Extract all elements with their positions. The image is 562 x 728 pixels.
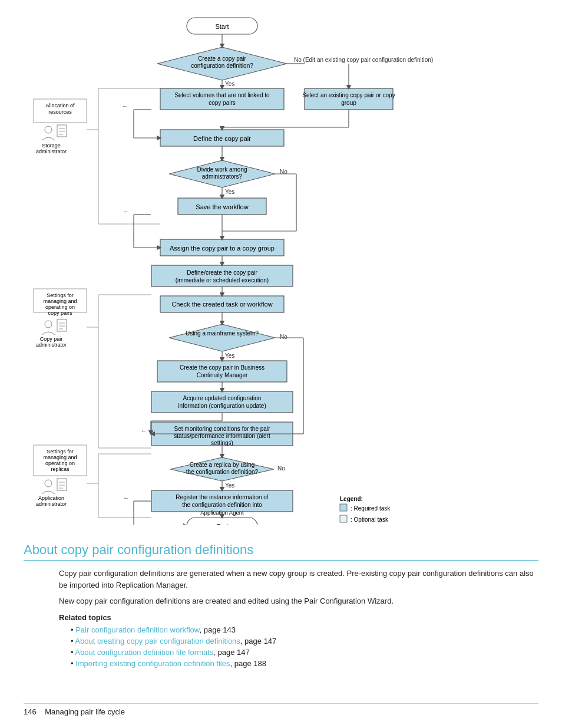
related-item-1: Pair configuration definition workflow, …: [71, 625, 538, 634]
svg-text:administrator: administrator: [36, 501, 67, 507]
related-topics-heading: Related topics: [59, 613, 538, 622]
svg-text:Acquire updated configuration: Acquire updated configuration: [183, 395, 262, 401]
svg-text:: Required task: : Required task: [351, 505, 391, 512]
page-ref-2: , page 147: [240, 637, 276, 645]
svg-text:←: ←: [123, 495, 129, 501]
related-item-3: About configuration definition file form…: [71, 648, 538, 657]
related-topics-list: Pair configuration definition workflow, …: [71, 625, 538, 668]
flowchart-area: Start Create a copy pair configuration d…: [28, 12, 534, 525]
page-ref-4: , page 188: [230, 659, 266, 668]
svg-text:operating on: operating on: [45, 304, 75, 310]
svg-text:Yes: Yes: [225, 189, 234, 195]
svg-text:administrators?: administrators?: [202, 173, 243, 180]
svg-text:Storage: Storage: [42, 143, 61, 149]
svg-text:resources: resources: [48, 109, 72, 115]
svg-point-118: [45, 480, 52, 487]
related-item-2: About creating copy pair configuration d…: [71, 637, 538, 645]
svg-text:copy pairs: copy pairs: [48, 310, 72, 316]
svg-text:Application: Application: [38, 495, 64, 501]
svg-text:Save the workflow: Save the workflow: [196, 203, 248, 210]
svg-text:copy pairs: copy pairs: [209, 100, 236, 106]
svg-text:Copy pair: Copy pair: [40, 336, 63, 342]
svg-text:Set monitoring conditions for : Set monitoring conditions for the pair: [174, 426, 271, 432]
svg-text:End: End: [216, 523, 228, 525]
svg-text:Yes: Yes: [225, 482, 234, 489]
svg-text:Yes: Yes: [225, 81, 234, 87]
paragraph-1: Copy pair configuration definitions are …: [59, 568, 538, 591]
footer-text: Managing pair life cycle: [45, 707, 125, 716]
svg-text:Allocation of: Allocation of: [45, 103, 75, 108]
related-link-3[interactable]: About configuration definition file form…: [75, 648, 213, 657]
svg-rect-87: [57, 125, 67, 137]
page-number: 146: [24, 707, 37, 716]
svg-text:Define/create the copy pair: Define/create the copy pair: [187, 269, 257, 276]
svg-text:←: ←: [122, 103, 128, 109]
svg-text:managing and: managing and: [43, 454, 77, 460]
svg-text:Create the copy pair in Busine: Create the copy pair in Business: [180, 364, 265, 371]
svg-text:replicas: replicas: [51, 466, 70, 472]
svg-point-86: [45, 126, 52, 133]
svg-text:Assign the copy pair to a copy: Assign the copy pair to a copy group: [170, 245, 275, 252]
svg-text:: Optional task: : Optional task: [351, 516, 389, 523]
related-item-4: Importing existing configuration definit…: [71, 659, 538, 668]
svg-rect-129: [340, 504, 347, 511]
svg-text:←: ←: [123, 208, 129, 215]
svg-text:Define the copy pair: Define the copy pair: [193, 135, 251, 142]
svg-text:←: ←: [141, 427, 147, 434]
paragraph-2: New copy pair configuration definitions …: [59, 595, 538, 607]
svg-text:No: No: [280, 334, 287, 340]
page-footer: 146 Managing pair life cycle: [24, 703, 538, 716]
svg-text:Check the created task or work: Check the created task or workflow: [171, 301, 272, 308]
svg-point-102: [45, 321, 52, 328]
svg-text:Select volumes that are not li: Select volumes that are not linked to: [174, 92, 270, 98]
svg-text:the configuration definition i: the configuration definition into: [182, 502, 262, 508]
svg-rect-131: [340, 515, 347, 522]
svg-rect-119: [57, 479, 67, 490]
svg-text:Create a copy pair: Create a copy pair: [198, 55, 246, 62]
svg-text:Continuity Manager: Continuity Manager: [197, 372, 248, 378]
svg-text:Settings for: Settings for: [47, 292, 74, 298]
related-link-1[interactable]: Pair configuration definition workflow: [75, 625, 199, 634]
related-link-2[interactable]: About creating copy pair configuration d…: [75, 637, 240, 645]
svg-text:Register the instance informat: Register the instance information of: [176, 494, 269, 500]
related-link-4[interactable]: Importing existing configuration definit…: [75, 659, 230, 668]
svg-text:(immediate or scheduled execut: (immediate or scheduled execution): [176, 277, 269, 284]
svg-text:Yes: Yes: [225, 353, 234, 359]
svg-text:Using a mainframe system?: Using a mainframe system?: [186, 330, 259, 337]
page-ref-3: , page 147: [213, 648, 249, 657]
svg-text:Start: Start: [215, 23, 229, 30]
page-ref-1: , page 143: [199, 625, 235, 634]
svg-marker-27: [169, 324, 275, 351]
svg-text:No (Edit an existing copy pair: No (Edit an existing copy pair configura…: [294, 57, 433, 63]
svg-text:No: No: [277, 465, 285, 472]
svg-text:administrator: administrator: [36, 342, 67, 348]
svg-text:Create a replica by using: Create a replica by using: [190, 462, 255, 468]
svg-text:managing and: managing and: [43, 298, 77, 304]
svg-text:the configuration definition?: the configuration definition?: [186, 469, 259, 475]
svg-text:operating on: operating on: [45, 460, 75, 466]
section-heading: About copy pair configuration definition…: [24, 542, 538, 561]
svg-text:group: group: [341, 100, 356, 106]
svg-text:Legend:: Legend:: [340, 496, 363, 502]
svg-text:configuration definition?: configuration definition?: [191, 62, 253, 69]
svg-text:Select an existing copy pair o: Select an existing copy pair or copy: [302, 92, 395, 98]
svg-text:Divide work among: Divide work among: [197, 166, 247, 173]
svg-text:administrator: administrator: [36, 149, 67, 154]
svg-text:information (configuration upd: information (configuration update): [178, 403, 266, 409]
svg-rect-103: [57, 319, 67, 331]
svg-text:settings): settings): [211, 440, 233, 446]
svg-text:Settings for: Settings for: [47, 449, 74, 454]
